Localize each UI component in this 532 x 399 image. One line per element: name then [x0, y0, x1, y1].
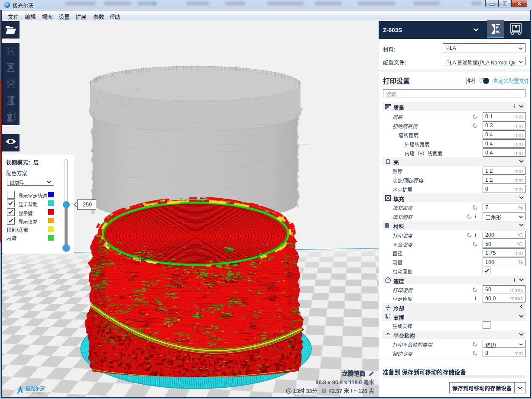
svg-text:极光尔沃: 极光尔沃: [26, 385, 45, 392]
svg-text:®: ®: [44, 386, 46, 389]
svg-text:JGAURORA: JGAURORA: [26, 392, 44, 395]
